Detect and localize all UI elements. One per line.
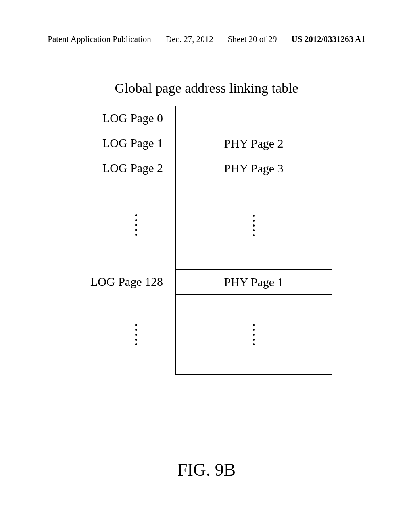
vertical-ellipsis-icon bbox=[135, 214, 137, 236]
figure-label: FIG. 9B bbox=[0, 459, 413, 480]
log-page-ellipsis bbox=[60, 294, 175, 375]
table-ellipsis-row bbox=[60, 294, 353, 375]
table-row: LOG Page 0 bbox=[60, 106, 353, 131]
log-page-label: LOG Page 2 bbox=[60, 156, 175, 181]
phy-page-ellipsis bbox=[175, 181, 332, 269]
table-ellipsis-row bbox=[60, 181, 353, 269]
page-header: Patent Application Publication Dec. 27, … bbox=[0, 34, 413, 44]
phy-page-cell: PHY Page 3 bbox=[175, 156, 332, 181]
header-sheet: Sheet 20 of 29 bbox=[228, 34, 277, 44]
phy-page-cell bbox=[175, 106, 332, 131]
log-page-ellipsis bbox=[60, 181, 175, 269]
vertical-ellipsis-icon bbox=[253, 215, 255, 236]
linking-table-diagram: LOG Page 0 LOG Page 1 PHY Page 2 LOG Pag… bbox=[60, 106, 353, 375]
vertical-ellipsis-icon bbox=[135, 324, 137, 345]
header-publication-type: Patent Application Publication bbox=[48, 34, 151, 44]
log-page-label: LOG Page 0 bbox=[60, 106, 175, 131]
vertical-ellipsis-icon bbox=[253, 324, 255, 345]
phy-page-cell: PHY Page 2 bbox=[175, 131, 332, 156]
header-date: Dec. 27, 2012 bbox=[166, 34, 213, 44]
table-row: LOG Page 1 PHY Page 2 bbox=[60, 131, 353, 156]
log-page-label: LOG Page 128 bbox=[60, 269, 175, 294]
phy-page-ellipsis bbox=[175, 294, 332, 375]
log-page-label: LOG Page 1 bbox=[60, 131, 175, 156]
phy-page-cell: PHY Page 1 bbox=[175, 269, 332, 294]
header-pub-number: US 2012/0331263 A1 bbox=[292, 34, 365, 44]
table-row: LOG Page 128 PHY Page 1 bbox=[60, 269, 353, 294]
diagram-title: Global page address linking table bbox=[0, 81, 413, 96]
table-row: LOG Page 2 PHY Page 3 bbox=[60, 156, 353, 181]
